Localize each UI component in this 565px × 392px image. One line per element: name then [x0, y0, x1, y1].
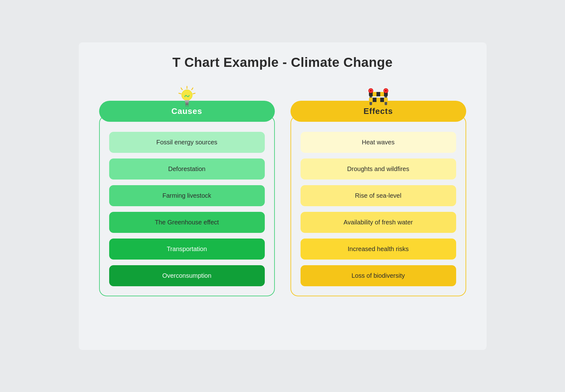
causes-icon-wrapper: [178, 86, 196, 108]
effect-item-1: Heat waves: [301, 132, 456, 153]
page-title: T Chart Example - Climate Change: [172, 55, 392, 70]
cause-item-2: Deforestation: [109, 158, 265, 180]
causes-column: Causes Fossil energy sources Deforestati…: [99, 86, 275, 296]
effects-column: Effects Heat waves Droughts and wildfire…: [290, 86, 466, 296]
svg-rect-7: [185, 102, 189, 103]
effects-header-label: Effects: [364, 106, 393, 116]
page-container: T Chart Example - Climate Change: [79, 42, 487, 350]
effects-body: Heat waves Droughts and wildfires Rise o…: [290, 115, 466, 296]
effect-item-5: Increased health risks: [301, 239, 456, 260]
effect-item-6: Loss of biodiversity: [301, 265, 456, 286]
causes-header-label: Causes: [171, 106, 202, 116]
svg-line-3: [192, 88, 193, 90]
svg-rect-6: [185, 100, 189, 102]
svg-rect-15: [376, 92, 380, 96]
svg-point-25: [385, 90, 387, 92]
svg-rect-21: [380, 98, 384, 102]
svg-line-1: [181, 88, 182, 90]
cause-item-3: Farming livestock: [109, 185, 265, 206]
svg-point-24: [370, 90, 372, 92]
causes-body: Fossil energy sources Deforestation Farm…: [99, 115, 275, 296]
cause-item-1: Fossil energy sources: [109, 132, 265, 153]
cause-item-4: The Greenhouse effect: [109, 212, 265, 233]
effect-item-3: Rise of sea-level: [301, 185, 456, 206]
effects-icon-wrapper: [366, 86, 391, 108]
effect-item-4: Availability of fresh water: [301, 212, 456, 233]
svg-line-4: [193, 93, 195, 94]
svg-line-2: [179, 93, 181, 94]
effect-item-2: Droughts and wildfires: [301, 158, 456, 180]
chart-row: Causes Fossil energy sources Deforestati…: [98, 86, 468, 296]
svg-rect-19: [369, 98, 388, 102]
cause-item-5: Transportation: [109, 239, 265, 260]
barrier-icon: [366, 86, 391, 108]
lightbulb-icon: [178, 86, 196, 108]
cause-item-6: Overconsumption: [109, 265, 265, 286]
svg-rect-20: [373, 98, 376, 102]
svg-point-5: [182, 90, 192, 100]
